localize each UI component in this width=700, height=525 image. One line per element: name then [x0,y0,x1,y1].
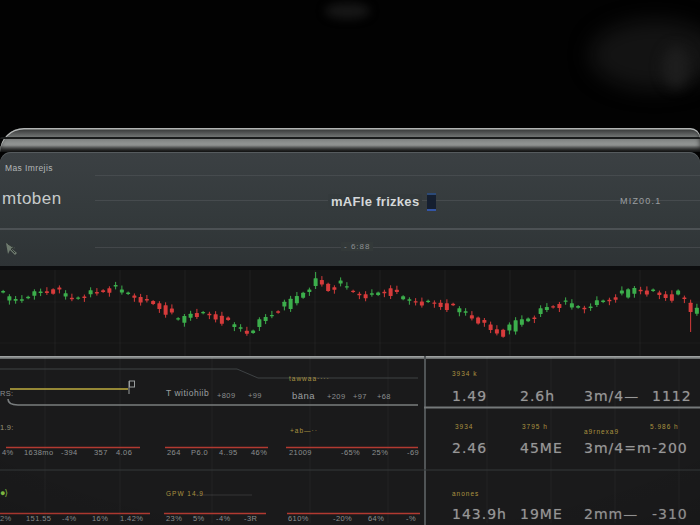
stat-value: 264 [167,448,181,457]
metric-label: a9rnexa9 [584,428,619,435]
stat-value: -3R [244,514,257,523]
header-code: MIZ00.1 [620,196,661,206]
series-label: GPW 14.9 [166,490,204,497]
stat-value: -394 [61,448,78,457]
smudge [590,20,700,90]
stat-value: 4..95 [219,448,238,457]
stat-value: 2% [0,514,12,523]
watch-value: +809 [217,391,236,400]
status-badge-green[interactable]: ●⟩ [0,488,7,498]
stat-value: 610% [288,514,309,523]
red-trend-lines [0,448,420,514]
metric-value: 19ME [520,506,563,522]
stat-value: -% [406,514,416,523]
edge-label: 1.9: [0,423,14,432]
stat-value: -4% [62,514,77,523]
account-name[interactable]: mtoben [2,189,62,209]
metric-value: 143.9h [452,506,507,522]
band-value: +68 [377,392,391,401]
pointer-tool-icon[interactable] [5,240,23,258]
stat-value: 357 [94,448,108,457]
stat-value: 1638mo [24,448,54,457]
metric-value: 3m/4=m [584,440,652,456]
stat-value: 46% [251,448,267,457]
metric-value: 3m/4— [584,388,639,404]
stat-value: -20% [333,514,352,523]
stat-value: -69 [407,448,419,457]
stat-value: 5% [193,514,205,523]
device-bezel-seam [0,137,700,139]
stat-value: 4.06 [116,448,132,457]
watch-value: +99 [248,391,262,400]
metric-label: 3934 [455,423,473,430]
stat-value: 25% [372,448,388,457]
header-divider [95,175,700,176]
device-bezel [0,128,700,152]
flag-marker [129,381,135,394]
stat-value: 64% [368,514,384,523]
smudge [662,46,690,88]
metric-label: 3934 k [452,370,478,377]
metric-value: 2.46 [452,440,487,456]
metric-value: 1112 [652,388,692,404]
header-divider [95,247,700,248]
watchlist-label[interactable]: T witiohiib [166,388,209,398]
smudge [325,3,370,19]
trading-terminal-screen: Mas Imrejis mtoben mAFle frizkes MIZ00.1… [0,0,700,525]
instrument-status-icon [427,193,436,211]
metric-label: 3795 h [522,423,548,430]
row1-divider [424,407,700,409]
band-label[interactable]: bäna [292,390,315,401]
metric-value: 2mm— [584,506,638,522]
metric-label: 5.986 h [650,423,679,430]
stat-value: 4% [2,448,14,457]
stat-value: 1.42% [120,514,143,523]
stat-value: 151.55 [26,514,51,523]
stat-value: -65% [341,448,360,457]
metric-value: -310 [652,506,688,522]
metric-value: 1.49 [452,388,487,404]
stat-value: 23% [166,514,182,523]
band-value: +97 [353,392,367,401]
header-sub-value: - 6:88 [341,242,373,251]
stat-value: 16% [92,514,108,523]
metric-label: anones [452,490,479,497]
metric-value: 45ME [520,440,563,456]
metric-value: 2.6h [520,388,555,404]
candlestick-chart[interactable] [0,270,700,356]
instrument-title: mAFle frizkes [328,194,422,209]
instrument-selector[interactable]: mAFle frizkes [328,192,436,211]
dotted-annotation: +ab—·· [290,427,318,434]
dotted-annotation: tawwaa···· [289,375,330,382]
stat-value: 21009 [289,448,312,457]
band-value: +209 [327,392,346,401]
stat-value: -4% [216,514,231,523]
header-small-label: Mas Imrejis [5,163,53,173]
header-divider [0,228,700,230]
metric-value: -200 [652,440,688,456]
edge-label: RS: [0,389,13,398]
stat-value: P6.0 [191,448,208,457]
step-line [0,369,418,378]
candlestick-chart-svg [0,270,700,356]
